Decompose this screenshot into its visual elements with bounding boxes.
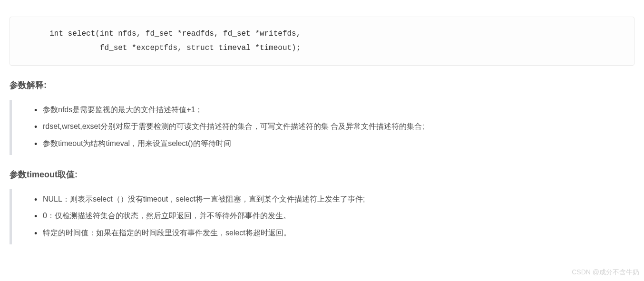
list-item: 参数nfds是需要监视的最大的文件描述符值+1；: [43, 102, 634, 117]
list-item: rdset,wrset,exset分别对应于需要检测的可读文件描述符的集合，可写…: [43, 119, 634, 134]
list-item: 特定的时间值：如果在指定的时间段里没有事件发生，select将超时返回。: [43, 225, 634, 240]
timeout-list: NULL：则表示select（）没有timeout，select将一直被阻塞，直…: [17, 192, 634, 240]
blockquote-timeout: NULL：则表示select（）没有timeout，select将一直被阻塞，直…: [10, 189, 634, 244]
params-list: 参数nfds是需要监视的最大的文件描述符值+1； rdset,wrset,exs…: [17, 102, 634, 151]
section-title-timeout: 参数timeout取值:: [10, 167, 634, 182]
list-item: NULL：则表示select（）没有timeout，select将一直被阻塞，直…: [43, 192, 634, 206]
code-block: int select(int nfds, fd_set *readfds, fd…: [10, 17, 634, 66]
blockquote-params: 参数nfds是需要监视的最大的文件描述符值+1； rdset,wrset,exs…: [10, 100, 634, 155]
list-item: 参数timeout为结构timeval，用来设置select()的等待时间: [43, 136, 634, 151]
list-item: 0：仅检测描述符集合的状态，然后立即返回，并不等待外部事件的发生。: [43, 208, 634, 223]
section-title-params: 参数解释:: [10, 78, 634, 93]
